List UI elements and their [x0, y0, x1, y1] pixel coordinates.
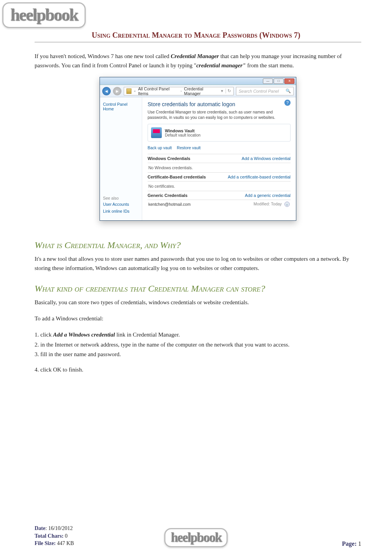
main-heading: Store credentials for automatic logon — [148, 101, 291, 107]
footer-page: Page: 1 — [342, 540, 361, 547]
title-rule — [35, 42, 361, 42]
backup-vault-link[interactable]: Back up vault — [148, 145, 172, 150]
sidebar-bottom: See also User Accounts Link online IDs — [103, 196, 139, 216]
sidebar-see-also-label: See also — [103, 196, 139, 200]
search-icon: 🔍 — [286, 88, 291, 93]
section-kinds-heading: What kind of credentials that Credential… — [35, 283, 361, 294]
section-kinds-body: Basically, you can store two types of cr… — [35, 298, 361, 307]
vault-box[interactable]: Windows Vault Default vault location — [148, 124, 291, 142]
breadcrumb[interactable]: « All Control Panel Items › Credential M… — [124, 87, 234, 95]
breadcrumb-chevron-icon: › — [181, 89, 182, 93]
sidebar-item-home[interactable]: Control Panel Home — [103, 102, 139, 111]
no-windows-credentials-text: No Windows credentials. — [148, 163, 291, 172]
window-maximize-button[interactable]: □ — [274, 78, 284, 84]
footer-size-value: 447 KB — [56, 540, 74, 546]
windows-credentials-heading: Windows Credentials — [148, 156, 190, 161]
generic-credential-row[interactable]: kentchen@hotmail.com Modified: Today ⌄ — [148, 200, 291, 208]
credential-manager-window: — □ ✕ ◄ ► « All Control Panel Items › Cr… — [100, 77, 296, 221]
footer-date-label: Date — [35, 525, 45, 531]
expand-chevron-icon[interactable]: ⌄ — [284, 202, 290, 207]
breadcrumb-item-2[interactable]: Credential Manager — [184, 87, 219, 96]
breadcrumb-refresh-icon[interactable]: ↻ — [226, 88, 231, 93]
main-description: Use Credential Manager to store credenti… — [148, 110, 291, 120]
footer-chars-value: 0 — [63, 533, 68, 539]
add-windows-credential-link[interactable]: Add a Windows credential — [242, 156, 291, 161]
logo-text: heelpbook — [10, 5, 78, 24]
no-certificates-text: No certificates. — [148, 182, 291, 191]
window-titlebar: — □ ✕ — [100, 77, 296, 85]
footer-logo: heelpbook — [164, 528, 228, 547]
vault-name: Windows Vault — [165, 128, 201, 133]
windows-credentials-section: Windows Credentials Add a Windows creden… — [148, 154, 291, 163]
generic-credential-name: kentchen@hotmail.com — [148, 202, 191, 207]
header-logo: heelpbook — [2, 2, 86, 28]
step1-post: link in Credential Manager. — [115, 332, 180, 338]
main-panel: ? Store credentials for automatic logon … — [142, 97, 296, 220]
section-what-is-heading: What is Credential Manager, and Why? — [35, 240, 361, 250]
vault-location: Default vault location — [165, 133, 201, 137]
generic-credentials-heading: Generic Credentials — [148, 193, 188, 198]
search-input[interactable]: Search Control Panel 🔍 — [236, 87, 294, 95]
nav-back-button[interactable]: ◄ — [102, 87, 111, 95]
page-footer: Date: 16/10/2012 Total Chars: 0 File Siz… — [0, 525, 392, 547]
footer-date-value: : 16/10/2012 — [45, 525, 73, 531]
intro-paragraph: If you haven't noticed, Windows 7 has on… — [35, 52, 361, 70]
step-2: 2. in the Internet or network address, t… — [35, 340, 361, 350]
intro-em2: credential manager" — [196, 62, 246, 68]
certificate-credentials-heading: Certificate-Based credentials — [148, 175, 206, 179]
help-icon[interactable]: ? — [284, 100, 291, 106]
vault-icon — [151, 127, 162, 138]
folder-icon — [126, 88, 131, 94]
screenshot-container: — □ ✕ ◄ ► « All Control Panel Items › Cr… — [35, 77, 361, 221]
step-4: 4. click OK to finish. — [35, 365, 361, 374]
window-close-button[interactable]: ✕ — [284, 78, 294, 84]
sidebar-item-link-online-ids[interactable]: Link online IDs — [103, 209, 139, 213]
generic-credential-modified: Modified: Today — [254, 202, 282, 206]
breadcrumb-dropdown-icon[interactable]: ▾ — [221, 88, 223, 93]
steps-lead: To add a Windows credential: — [35, 314, 361, 323]
section-what-is-body: It's a new tool that allows you to store… — [35, 254, 361, 273]
footer-logo-text: heelpbook — [171, 530, 221, 544]
step-1: 1. click Add a Windows credential link i… — [35, 330, 361, 340]
step1-pre: 1. click — [35, 332, 53, 338]
footer-logo-badge: heelpbook — [164, 528, 228, 547]
search-placeholder: Search Control Panel — [239, 89, 279, 93]
logo-badge: heelpbook — [2, 2, 86, 28]
step1-em: Add a Windows credential — [53, 332, 115, 338]
breadcrumb-item-1[interactable]: All Control Panel Items — [138, 87, 178, 96]
intro-em1: Credential Manager — [171, 53, 219, 59]
navbar: ◄ ► « All Control Panel Items › Credenti… — [100, 85, 296, 97]
step-3: 3. fill in the user name and password. — [35, 350, 361, 360]
intro-pre-text: If you haven't noticed, Windows 7 has on… — [35, 53, 171, 59]
footer-meta: Date: 16/10/2012 Total Chars: 0 File Siz… — [35, 525, 74, 547]
intro-post-text: from the start menu. — [246, 62, 294, 68]
vault-actions: Back up vault Restore vault — [148, 145, 291, 150]
window-body: Control Panel Home See also User Account… — [100, 97, 296, 220]
add-generic-credential-link[interactable]: Add a generic credential — [245, 193, 291, 198]
generic-credentials-section: Generic Credentials Add a generic creden… — [148, 191, 291, 200]
footer-size-label: File Size: — [35, 540, 56, 546]
sidebar-top: Control Panel Home — [103, 102, 139, 113]
certificate-credentials-section: Certificate-Based credentials Add a cert… — [148, 172, 291, 182]
sidebar-item-user-accounts[interactable]: User Accounts — [103, 202, 139, 207]
sidebar: Control Panel Home See also User Account… — [100, 97, 142, 220]
vault-text: Windows Vault Default vault location — [165, 128, 201, 137]
restore-vault-link[interactable]: Restore vault — [177, 145, 201, 150]
footer-page-label: Page: — [342, 540, 357, 547]
add-certificate-credential-link[interactable]: Add a certificate-based credential — [228, 175, 291, 179]
breadcrumb-chevron-icon: « — [134, 89, 136, 93]
footer-chars-label: Total Chars: — [35, 533, 63, 539]
window-minimize-button[interactable]: — — [263, 78, 273, 84]
steps-block: 1. click Add a Windows credential link i… — [35, 330, 361, 360]
footer-page-value: 1 — [357, 540, 361, 547]
nav-forward-button[interactable]: ► — [113, 87, 121, 95]
